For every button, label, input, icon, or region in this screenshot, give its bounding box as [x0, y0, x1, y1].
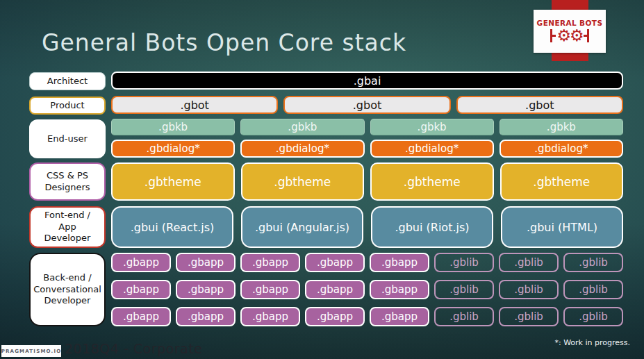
gbapp-box: .gbapp — [111, 307, 171, 326]
gblib-box: .gblib — [563, 253, 623, 272]
gbapp-box: .gbapp — [111, 280, 171, 299]
gbdialog-box: .gbdialog* — [111, 140, 235, 158]
gbkb-box: .gbkb — [499, 119, 623, 135]
row-gbui: .gbui (React.js) .gbui (Angular.js) .gbu… — [111, 206, 623, 248]
role-label-css-ps-designers: CSS & PS Designers — [29, 162, 106, 201]
general-bots-logo: GENERAL BOTS ⚙⚙ — [534, 10, 606, 53]
row-gbdialog: .gbdialog* .gbdialog* .gbdialog* .gbdial… — [111, 140, 623, 158]
gbdialog-box: .gbdialog* — [240, 140, 364, 158]
gbot-box: .gbot — [111, 96, 278, 114]
pragmatismo-brand-badge: PRAGMATISMO.IO — [1, 345, 61, 357]
gbdialog-box: .gbdialog* — [370, 140, 494, 158]
gear-line-left — [552, 35, 556, 37]
work-in-progress-note: *: Work in progress. — [554, 338, 630, 347]
gblib-box: .gblib — [434, 280, 494, 299]
gblib-box: .gblib — [563, 307, 623, 326]
row-gbot: .gbot .gbot .gbot — [111, 96, 623, 114]
gbapp-box: .gbapp — [240, 280, 300, 299]
gbtheme-box: .gbtheme — [241, 162, 365, 201]
gears-icon: ⚙⚙ — [550, 28, 588, 44]
role-label-frontend-app-developer: Font-end / App Developer — [29, 206, 106, 248]
gbapp-box: .gbapp — [305, 307, 365, 326]
gbkb-box: .gbkb — [240, 119, 364, 135]
gbapp-box: .gbapp — [176, 253, 236, 272]
gblib-box: .gblib — [563, 280, 623, 299]
row-gbapp-gblib-1: .gbapp .gbapp .gbapp .gbapp .gbapp .gbli… — [111, 253, 623, 272]
gbapp-box: .gbapp — [305, 253, 365, 272]
gbui-angular-box: .gbui (Angular.js) — [241, 206, 363, 248]
gblib-box: .gblib — [434, 307, 494, 326]
gbai-box: .gbai — [111, 72, 623, 90]
gbui-html-box: .gbui (HTML) — [501, 206, 623, 248]
role-label-architect: Architect — [29, 72, 106, 90]
gear-icon: ⚙⚙ — [556, 28, 582, 44]
role-label-end-user: End-user — [29, 119, 106, 158]
gbapp-box: .gbapp — [111, 253, 171, 272]
gblib-box: .gblib — [434, 253, 494, 272]
gbapp-box: .gbapp — [176, 307, 236, 326]
gbapp-box: .gbapp — [370, 280, 429, 299]
gbot-box: .gbot — [283, 96, 450, 114]
gbkb-box: .gbkb — [370, 119, 494, 135]
gbtheme-box: .gbtheme — [500, 162, 624, 201]
role-label-product: Product — [29, 97, 106, 115]
gblib-box: .gblib — [499, 253, 559, 272]
gblib-box: .gblib — [499, 307, 559, 326]
row-gbkb: .gbkb .gbkb .gbkb .gbkb — [111, 119, 623, 135]
gbot-box: .gbot — [456, 96, 623, 114]
gblib-box: .gblib — [499, 280, 559, 299]
gear-bar-right — [587, 29, 589, 42]
slide: General Bots Open Core stack GENERAL BOT… — [0, 0, 644, 359]
row-gbapp-gblib-3: .gbapp .gbapp .gbapp .gbapp .gbapp .gbli… — [111, 307, 623, 326]
gbkb-box: .gbkb — [111, 119, 235, 135]
slide-title: General Bots Open Core stack — [42, 29, 406, 56]
footer-date-text: 2018Q4 - Corporate — [65, 341, 202, 356]
gbui-riot-box: .gbui (Riot.js) — [371, 206, 493, 248]
gbapp-box: .gbapp — [370, 307, 429, 326]
row-gbapp-gblib-2: .gbapp .gbapp .gbapp .gbapp .gbapp .gbli… — [111, 280, 623, 299]
gbtheme-box: .gbtheme — [370, 162, 494, 201]
role-label-backend-conversational-developer: Back-end / Conversational Developer — [29, 253, 106, 326]
gbui-react-box: .gbui (React.js) — [111, 206, 233, 248]
gbtheme-box: .gbtheme — [111, 162, 235, 201]
row-gbtheme: .gbtheme .gbtheme .gbtheme .gbtheme — [111, 162, 623, 201]
gbdialog-box: .gbdialog* — [499, 140, 623, 158]
row-gbai: .gbai — [111, 72, 623, 90]
gbapp-box: .gbapp — [370, 253, 429, 272]
gbapp-box: .gbapp — [176, 280, 236, 299]
gbapp-box: .gbapp — [305, 280, 365, 299]
gbapp-box: .gbapp — [240, 253, 300, 272]
gbapp-box: .gbapp — [240, 307, 300, 326]
